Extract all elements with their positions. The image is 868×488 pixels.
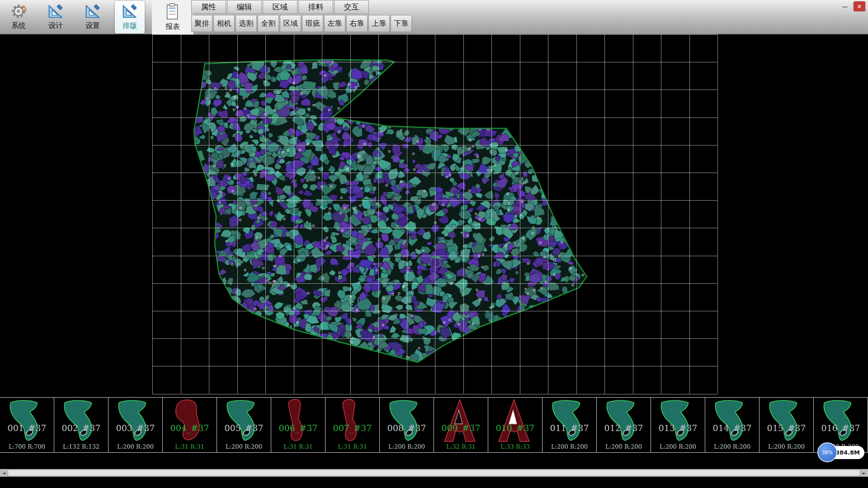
main-button-nesting[interactable]: 排版 [115, 1, 145, 33]
piece-thumbnail-001_#37[interactable]: 001_#37L:700 R:700 [0, 398, 54, 452]
menu-tab-properties[interactable]: 属性 [191, 0, 226, 14]
triangle-ruler-icon [46, 2, 65, 21]
piece-shape [818, 398, 864, 444]
progress-badge: 38% [817, 442, 837, 462]
status-float: 384.8M 38% [817, 442, 865, 463]
piece-name: 010_#37 [488, 423, 542, 433]
piece-size-label: L:700 R:700 [0, 443, 54, 450]
tool-button-zone[interactable]: 区域 [280, 15, 301, 32]
piece-name: 001_#37 [0, 423, 54, 433]
piece-size-label: L:200 R:200 [651, 443, 705, 450]
piece-thumbnail-009_#37[interactable]: 009_#37L:32 R:31 [434, 398, 488, 452]
scrollbar-thumb[interactable] [8, 469, 860, 476]
piece-shape [275, 398, 321, 444]
piece-thumbnail-015_#37[interactable]: 015_#37L:200 R:200 [760, 398, 814, 452]
app-window: 系统设计设置排版报表 属性编辑区域排料交互 聚排相机选割全割区域瑕疵左靠右靠上靠… [0, 0, 868, 488]
tool-button-align-bottom[interactable]: 下靠 [391, 15, 412, 32]
piece-name: 002_#37 [54, 423, 108, 433]
piece-shape [601, 398, 647, 444]
nesting-canvas[interactable] [0, 34, 868, 397]
piece-shape [167, 398, 213, 444]
window-controls: — ✕ [839, 1, 865, 11]
piece-shape [113, 398, 159, 444]
piece-name: 009_#37 [434, 423, 488, 433]
piece-size-label: L:31 R:31 [271, 443, 325, 450]
piece-name: 012_#37 [597, 423, 651, 433]
piece-size-label: L:31 R:31 [326, 443, 379, 450]
menu-area: 属性编辑区域排料交互 聚排相机选割全割区域瑕疵左靠右靠上靠下靠 [191, 0, 412, 32]
piece-name: 008_#37 [380, 423, 434, 433]
main-button-label: 设计 [48, 21, 63, 31]
report-icon [163, 3, 182, 22]
piece-thumbnail-003_#37[interactable]: 003_#37L:200 R:200 [108, 398, 163, 452]
tool-button-camera[interactable]: 相机 [213, 15, 235, 32]
piece-size-label: L:200 R:200 [217, 443, 271, 450]
horizontal-scrollbar[interactable]: ◄ ► [0, 469, 868, 477]
piece-size-label: L:32 R:31 [434, 443, 488, 450]
piece-thumbnail-014_#37[interactable]: 014_#37L:200 R:200 [705, 398, 760, 452]
main-button-settings[interactable]: 设置 [78, 1, 108, 33]
scroll-right-arrow[interactable]: ► [860, 469, 868, 477]
tool-button-cluster-nest[interactable]: 聚排 [191, 15, 212, 32]
piece-shape [492, 398, 538, 444]
tool-button-cut-all[interactable]: 全割 [258, 15, 279, 32]
piece-name: 015_#37 [760, 423, 813, 433]
menu-tab-row: 属性编辑区域排料交互 [191, 0, 412, 14]
scroll-left-arrow[interactable]: ◄ [0, 469, 8, 477]
triangle-ruler-icon [120, 2, 139, 21]
menu-tab-region[interactable]: 区域 [263, 0, 297, 14]
tool-button-align-left[interactable]: 左靠 [324, 15, 345, 32]
piece-thumbnail-004_#37[interactable]: 004_#37L:31 R:31 [163, 398, 217, 452]
piece-thumbnail-005_#37[interactable]: 005_#37L:200 R:200 [217, 398, 271, 452]
piece-shape [4, 398, 50, 444]
piece-size-label: L:200 R:200 [760, 443, 813, 450]
piece-thumbnail-006_#37[interactable]: 006_#37L:31 R:31 [271, 398, 326, 452]
piece-thumbnail-008_#37[interactable]: 008_#37L:200 R:200 [380, 398, 434, 452]
tool-button-align-right[interactable]: 右靠 [346, 15, 368, 32]
piece-thumbnail-007_#37[interactable]: 007_#37L:31 R:31 [326, 398, 380, 452]
main-button-label: 设置 [85, 21, 100, 31]
piece-size-label: L:132 R:132 [54, 443, 108, 450]
piece-name: 004_#37 [163, 423, 217, 433]
piece-size-label: L:200 R:200 [597, 443, 651, 450]
piece-thumbnail-011_#37[interactable]: 011_#37L:200 R:200 [542, 398, 597, 452]
menu-tab-interact[interactable]: 交互 [334, 0, 369, 14]
main-button-label: 系统 [11, 21, 26, 31]
main-button-report[interactable]: 报表 [152, 0, 193, 34]
piece-name: 013_#37 [651, 423, 705, 433]
tool-button-defect[interactable]: 瑕疵 [302, 15, 323, 32]
piece-shape [384, 398, 430, 444]
piece-name: 014_#37 [705, 423, 759, 433]
main-button-label: 排版 [123, 21, 137, 31]
piece-size-label: L:200 R:200 [108, 443, 162, 450]
memory-value: 384.8M [835, 449, 860, 456]
main-button-design[interactable]: 设计 [41, 1, 71, 33]
tool-button-row: 聚排相机选割全割区域瑕疵左靠右靠上靠下靠 [191, 15, 412, 32]
piece-size-label: L:33 R:33 [488, 443, 542, 450]
tool-button-align-top[interactable]: 上靠 [368, 15, 390, 32]
triangle-ruler-icon [83, 2, 102, 21]
piece-thumbnail-010_#37[interactable]: 010_#37L:33 R:33 [488, 398, 542, 452]
main-button-system[interactable]: 系统 [4, 1, 33, 33]
piece-shape [764, 398, 810, 444]
piece-shape [221, 398, 267, 444]
minimize-button[interactable]: — [839, 1, 851, 11]
main-button-group: 系统设计设置排版报表 [4, 1, 193, 34]
piece-size-label: L:200 R:200 [705, 443, 759, 450]
piece-shape [438, 398, 484, 444]
piece-thumbnail-013_#37[interactable]: 013_#37L:200 R:200 [651, 398, 705, 452]
piece-shape [709, 398, 755, 444]
piece-name: 003_#37 [108, 423, 162, 433]
piece-shape [330, 398, 376, 444]
piece-name: 007_#37 [326, 423, 379, 433]
piece-name: 005_#37 [217, 423, 271, 433]
tool-button-select-cut[interactable]: 选割 [236, 15, 257, 32]
piece-shape [655, 398, 701, 444]
piece-thumbnail-012_#37[interactable]: 012_#37L:200 R:200 [597, 398, 651, 452]
menu-tab-edit[interactable]: 编辑 [227, 0, 262, 14]
close-button[interactable]: ✕ [854, 1, 865, 11]
piece-size-label: L:200 R:200 [380, 443, 434, 450]
menu-tab-nest[interactable]: 排料 [298, 0, 333, 14]
piece-size-label: L:31 R:31 [163, 443, 217, 450]
piece-thumbnail-002_#37[interactable]: 002_#37L:132 R:132 [54, 398, 108, 452]
